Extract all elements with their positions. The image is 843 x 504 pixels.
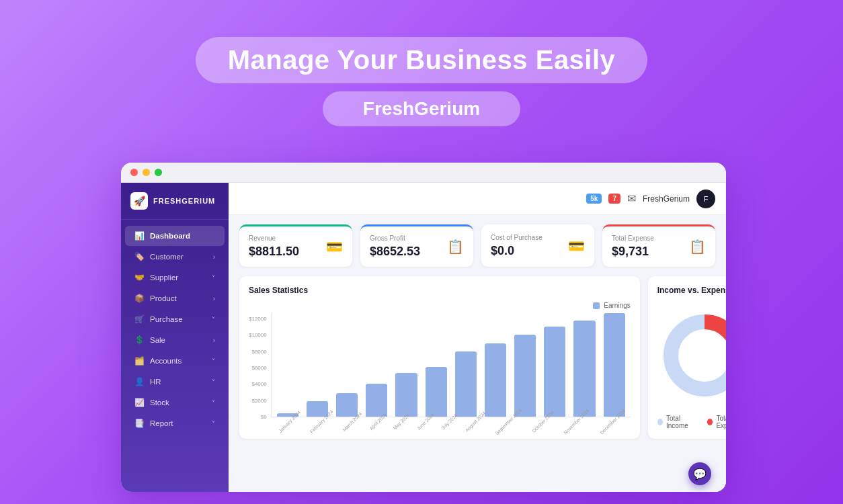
y-label: $10000 — [249, 332, 267, 338]
stat-icon-0: 💳 — [326, 239, 343, 255]
purchase-icon: 🛒 — [134, 314, 145, 324]
donut-legend: Total Income Total Expense — [657, 415, 726, 429]
chat-bubble[interactable]: 💬 — [688, 462, 711, 485]
donut-wrap: Total Income Total Expense — [657, 302, 726, 429]
product-arrow: › — [213, 295, 215, 302]
bar-fill — [485, 343, 506, 417]
app-body: 🚀 FRESHGERIUM 📊 Dashboard 🏷️ Customer › … — [121, 183, 726, 492]
bar-legend: Earnings — [249, 302, 631, 309]
bars-container — [271, 313, 631, 417]
title-bar — [121, 163, 726, 183]
stat-card-3: Total Expense $9,731 📋 — [602, 224, 715, 267]
sidebar-label-sale: Sale — [150, 336, 165, 344]
bar-fill — [366, 384, 387, 417]
sidebar-label-report: Report — [150, 419, 173, 427]
sidebar-item-stock[interactable]: 📈 Stock ˅ — [125, 392, 225, 413]
sidebar-item-product[interactable]: 📦 Product › — [125, 288, 225, 308]
accounts-arrow: ˅ — [212, 358, 215, 365]
bar-col — [541, 313, 568, 417]
sidebar-item-report[interactable]: 📑 Report ˅ — [125, 413, 225, 433]
sidebar-item-supplier[interactable]: 🤝 Supplier ˅ — [125, 267, 225, 288]
sidebar-logo: 🚀 FRESHGERIUM — [121, 183, 229, 220]
bar-col — [333, 313, 360, 417]
bar-fill — [426, 367, 447, 417]
topbar-badge-blue[interactable]: 5k — [586, 194, 602, 204]
sidebar-label-product: Product — [150, 294, 177, 302]
hero-badge-1: Manage Your Business Easily — [196, 37, 648, 83]
bar-col — [363, 313, 390, 417]
stat-label-3: Total Expense — [612, 235, 654, 242]
sidebar: 🚀 FRESHGERIUM 📊 Dashboard 🏷️ Customer › … — [121, 183, 229, 492]
hero-title: Manage Your Business Easily — [228, 45, 616, 75]
dashboard-content: Revenue $8811.50 💳 Gross Profit $8652.53… — [229, 215, 726, 492]
stats-row: Revenue $8811.50 💳 Gross Profit $8652.53… — [239, 224, 715, 267]
sidebar-item-hr[interactable]: 👤 HR ˅ — [125, 372, 225, 392]
sidebar-label-supplier: Supplier — [150, 274, 178, 282]
customer-arrow: › — [213, 253, 215, 261]
donut-legend-dot — [707, 419, 713, 425]
sidebar-item-purchase[interactable]: 🛒 Purchase ˅ — [125, 309, 225, 329]
topbar-username: FreshGerium — [643, 194, 690, 204]
sales-chart-title: Sales Statistics — [249, 286, 631, 295]
donut-chart-title: Income vs. Expenses — [657, 286, 726, 295]
sidebar-label-customer: Customer — [150, 253, 184, 261]
sidebar-label-stock: Stock — [150, 398, 169, 407]
y-label: $2000 — [249, 398, 267, 404]
sidebar-label-accounts: Accounts — [150, 357, 182, 365]
donut-svg — [657, 308, 726, 403]
hr-icon: 👤 — [134, 377, 145, 386]
dashboard-icon: 📊 — [134, 231, 145, 241]
close-dot[interactable] — [130, 169, 138, 176]
y-label: $0 — [249, 414, 267, 420]
bar-fill — [544, 327, 565, 417]
customer-icon: 🏷️ — [134, 252, 145, 261]
sidebar-item-dashboard[interactable]: 📊 Dashboard — [125, 226, 225, 246]
sale-icon: 💲 — [134, 335, 145, 345]
y-label: $6000 — [249, 365, 267, 371]
supplier-arrow: ˅ — [212, 274, 215, 282]
minimize-dot[interactable] — [143, 169, 150, 176]
sidebar-item-accounts[interactable]: 🗂️ Accounts ˅ — [125, 351, 225, 371]
bar-col — [393, 313, 419, 417]
earnings-legend-dot — [593, 302, 600, 309]
topbar: 5k 7 ✉ FreshGerium F — [229, 183, 726, 215]
bar-col — [571, 313, 598, 417]
stat-card-0: Revenue $8811.50 💳 — [239, 224, 352, 267]
report-icon: 📑 — [134, 419, 145, 428]
stat-value-3: $9,731 — [612, 245, 654, 259]
topbar-avatar[interactable]: F — [696, 190, 715, 208]
stat-label-0: Revenue — [249, 235, 299, 242]
sales-chart-card: Sales Statistics Earnings $12000$10000$8… — [239, 276, 640, 439]
supplier-icon: 🤝 — [134, 273, 145, 282]
bar-fill — [514, 335, 536, 417]
y-label: $12000 — [249, 316, 267, 322]
hr-arrow: ˅ — [212, 378, 215, 386]
sale-arrow: › — [213, 337, 215, 344]
bar-col — [512, 313, 538, 417]
bar-col — [274, 313, 301, 417]
stat-icon-1: 📋 — [447, 239, 464, 255]
maximize-dot[interactable] — [155, 169, 162, 176]
sidebar-item-customer[interactable]: 🏷️ Customer › — [125, 247, 225, 267]
bar-fill — [336, 393, 358, 417]
bar-col — [423, 313, 450, 417]
mail-icon[interactable]: ✉ — [627, 192, 636, 205]
bar-y-axis: $12000$10000$8000$6000$4000$2000$0 — [249, 316, 271, 420]
stat-icon-2: 💳 — [568, 238, 585, 254]
hero-badge-2: FreshGerium — [323, 91, 520, 126]
bar-x-labels: January 2024February 2024March 2024April… — [271, 417, 631, 425]
donut-legend-item: Total Expense — [707, 415, 726, 429]
topbar-badge-red[interactable]: 7 — [608, 194, 620, 204]
stat-card-2: Cost of Purchase $0.0 💳 — [481, 224, 594, 267]
app-window: 🚀 FRESHGERIUM 📊 Dashboard 🏷️ Customer › … — [121, 163, 726, 492]
stat-label-2: Cost of Purchase — [491, 234, 543, 241]
bar-fill — [395, 373, 417, 417]
bar-fill — [573, 321, 595, 417]
donut-legend-dot — [657, 419, 663, 425]
stat-label-1: Gross Profit — [370, 235, 420, 242]
logo-icon: 🚀 — [130, 192, 148, 210]
stat-value-2: $0.0 — [491, 244, 543, 258]
report-arrow: ˅ — [212, 420, 215, 427]
sidebar-item-sale[interactable]: 💲 Sale › — [125, 330, 225, 350]
stat-icon-3: 📋 — [689, 239, 706, 255]
